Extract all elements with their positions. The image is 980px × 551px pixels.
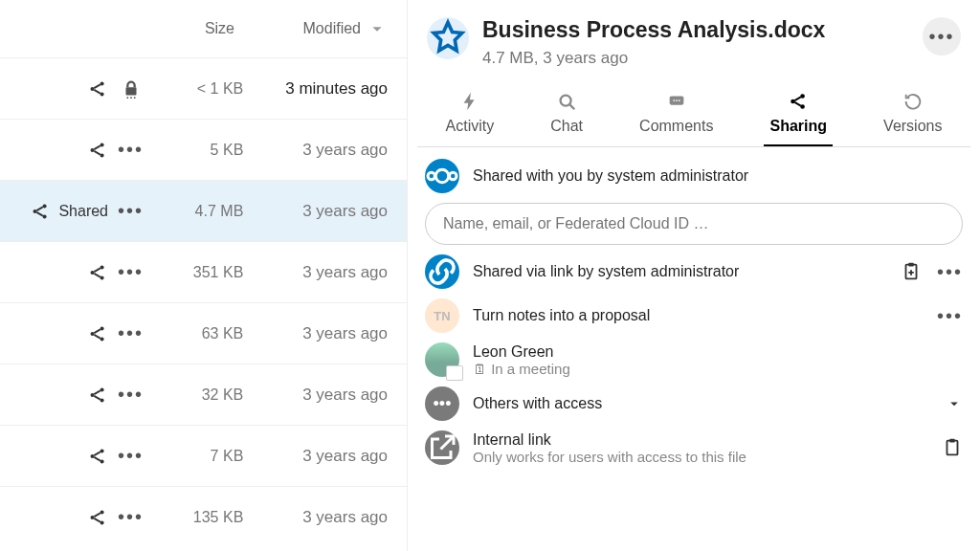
share-status[interactable]: Shared [0, 201, 108, 222]
svg-point-15 [43, 204, 47, 208]
svg-line-23 [94, 273, 100, 276]
details-panel: Business Process Analysis.docx 4.7 MB, 3… [408, 0, 980, 551]
svg-point-41 [100, 520, 104, 524]
svg-point-8 [133, 97, 135, 99]
svg-point-35 [100, 449, 104, 452]
file-size: 135 KB [153, 509, 243, 526]
svg-point-55 [435, 169, 449, 183]
file-row[interactable]: •••5 KB3 years ago [0, 119, 407, 180]
comment-icon [666, 91, 687, 112]
row-menu[interactable]: ••• [108, 445, 153, 467]
row-menu[interactable]: ••• [108, 506, 153, 528]
share-icon [87, 262, 108, 283]
share-status[interactable] [0, 507, 108, 528]
file-modified: 3 years ago [243, 324, 388, 343]
talk-more-button[interactable]: ••• [937, 305, 963, 327]
tab-chat[interactable]: Chat [545, 83, 589, 146]
row-menu[interactable]: ••• [108, 384, 153, 406]
svg-point-34 [90, 453, 94, 457]
clipboard-icon[interactable] [942, 437, 963, 458]
others-line[interactable]: ••• Others with access [425, 386, 963, 421]
internal-link-sub: Only works for users with access to this… [473, 449, 928, 465]
share-search-input[interactable] [425, 203, 963, 245]
file-modified: 3 minutes ago [243, 79, 388, 99]
share-link-line: Shared via link by system administrator … [425, 254, 963, 289]
link-more-button[interactable]: ••• [937, 261, 963, 283]
svg-line-45 [570, 105, 575, 110]
others-icon: ••• [425, 386, 459, 421]
file-row[interactable]: < 1 KB3 minutes ago [0, 57, 407, 119]
svg-rect-59 [908, 263, 914, 267]
row-menu[interactable]: ••• [108, 139, 153, 161]
svg-point-57 [450, 172, 457, 180]
svg-line-33 [94, 395, 100, 399]
history-icon [902, 91, 924, 112]
tab-versions[interactable]: Versions [878, 83, 947, 146]
nextcloud-icon [425, 159, 459, 193]
svg-point-40 [100, 510, 104, 514]
svg-point-0 [90, 86, 94, 90]
file-row[interactable]: •••351 KB3 years ago [0, 241, 407, 302]
svg-point-7 [130, 97, 132, 99]
row-menu[interactable]: ••• [108, 200, 153, 222]
svg-line-43 [94, 518, 100, 521]
file-subtitle: 4.7 MB, 3 years ago [482, 49, 909, 68]
share-status[interactable] [0, 262, 108, 283]
dots-icon: ••• [118, 322, 144, 344]
file-row[interactable]: •••7 KB3 years ago [0, 425, 407, 486]
search-icon [556, 91, 577, 112]
clipboard-icon[interactable] [901, 261, 922, 282]
file-size: 32 KB [153, 386, 243, 404]
file-size: 351 KB [153, 264, 243, 281]
svg-point-36 [100, 459, 104, 463]
svg-line-12 [94, 145, 100, 149]
column-size[interactable]: Size [139, 20, 234, 37]
file-modified: 3 years ago [243, 447, 388, 466]
row-menu[interactable]: ••• [108, 322, 153, 344]
file-size: 4.7 MB [153, 203, 243, 220]
tab-comments[interactable]: Comments [634, 83, 719, 146]
row-menu[interactable] [108, 78, 153, 99]
file-row[interactable]: Shared•••4.7 MB3 years ago [0, 180, 407, 241]
file-row[interactable]: •••63 KB3 years ago [0, 302, 407, 364]
share-status[interactable] [0, 446, 108, 467]
favorite-toggle[interactable] [427, 17, 469, 59]
svg-point-47 [673, 99, 675, 101]
file-row[interactable]: •••32 KB3 years ago [0, 364, 407, 425]
file-size: 63 KB [153, 325, 243, 342]
internal-link-title: Internal link [473, 431, 928, 449]
share-status[interactable] [0, 323, 108, 344]
tab-sharing[interactable]: Sharing [764, 83, 833, 146]
row-menu[interactable]: ••• [108, 261, 153, 283]
dots-icon: ••• [118, 261, 144, 283]
tab-activity[interactable]: Activity [440, 83, 501, 146]
svg-point-11 [100, 153, 104, 157]
svg-point-19 [90, 270, 94, 274]
svg-line-53 [795, 97, 801, 100]
share-status[interactable] [0, 78, 108, 99]
file-modified: 3 years ago [243, 202, 388, 221]
dots-icon: ••• [118, 445, 144, 467]
dots-icon: ••• [118, 506, 144, 528]
file-size: < 1 KB [153, 80, 243, 98]
share-status[interactable] [0, 385, 108, 406]
file-row[interactable]: •••135 KB3 years ago [0, 486, 407, 547]
svg-line-54 [795, 102, 801, 106]
link-icon [425, 254, 459, 289]
calendar-badge-icon: 17 [448, 367, 463, 381]
file-modified: 3 years ago [243, 141, 388, 160]
svg-line-13 [94, 150, 100, 154]
talk-avatar: TN [425, 298, 459, 333]
file-modified: 3 years ago [243, 263, 388, 282]
svg-line-17 [37, 207, 43, 210]
svg-line-32 [94, 390, 100, 394]
chevron-down-icon [946, 395, 963, 412]
share-icon [788, 91, 809, 112]
talk-share-line: TN Turn notes into a proposal ••• [425, 298, 963, 333]
column-modified[interactable]: Modified [234, 18, 388, 39]
share-status[interactable] [0, 140, 108, 161]
svg-line-28 [94, 334, 100, 338]
details-more-button[interactable]: ••• [923, 17, 961, 55]
share-icon [87, 78, 108, 99]
external-icon [425, 430, 459, 465]
